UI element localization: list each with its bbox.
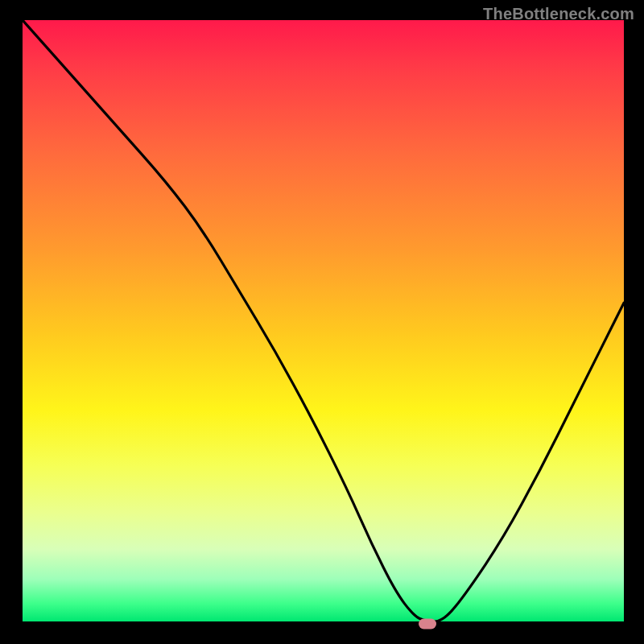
optimal-point-marker (419, 619, 436, 630)
curve-svg (23, 20, 624, 621)
bottleneck-curve (23, 20, 624, 621)
chart-stage: TheBottleneck.com (0, 0, 644, 644)
plot-area (20, 20, 624, 624)
